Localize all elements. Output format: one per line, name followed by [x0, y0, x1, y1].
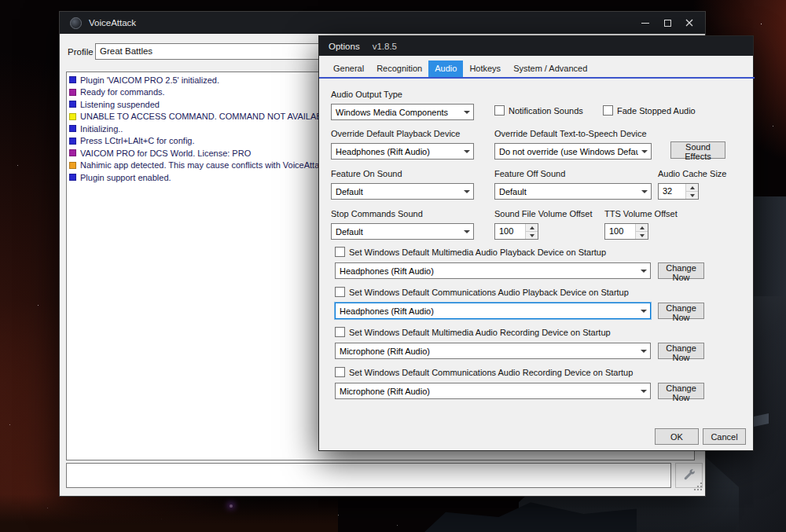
chevron-down-icon	[461, 230, 473, 233]
feature-off-sound-select[interactable]: Default	[494, 183, 652, 200]
chevron-down-icon	[461, 190, 473, 193]
sound-effects-button[interactable]: Sound Effects	[670, 141, 725, 159]
override-playback-label: Override Default Playback Device	[331, 129, 460, 138]
tab-recognition[interactable]: Recognition	[370, 61, 428, 77]
sound-file-volume-label: Sound File Volume Offset	[494, 209, 593, 218]
close-icon	[685, 19, 693, 27]
multimedia-playback-device-select[interactable]: Headphones (Rift Audio)	[335, 262, 651, 279]
resize-grip[interactable]	[694, 479, 703, 493]
window-titlebar[interactable]: VoiceAttack	[60, 12, 705, 34]
chevron-down-icon	[637, 270, 650, 273]
window-title: VoiceAttack	[89, 18, 136, 28]
log-color-square	[69, 162, 76, 169]
feature-on-sound-select[interactable]: Default	[331, 183, 474, 200]
audio-output-type-label: Audio Output Type	[331, 90, 402, 99]
checkbox-box	[335, 247, 345, 257]
app-icon	[70, 17, 82, 29]
desktop: VoiceAttack Profile Great Battles Plugin…	[0, 0, 786, 532]
combo-value: Windows Media Components	[332, 108, 461, 117]
combo-value: Default	[332, 227, 461, 237]
spinner-value: 100	[605, 224, 635, 239]
maximize-button[interactable]	[656, 12, 678, 34]
spinner-down-icon[interactable]	[686, 192, 698, 199]
change-now-button[interactable]: Change Now	[658, 343, 704, 359]
dialog-titlebar[interactable]: Options v1.8.5	[319, 36, 753, 56]
chevron-down-icon	[461, 150, 473, 153]
log-text: Nahimic app detected. This may cause con…	[80, 160, 358, 170]
log-text: Listening suspended	[80, 100, 160, 109]
chevron-down-icon	[637, 310, 650, 313]
log-color-square	[69, 101, 76, 108]
checkbox-label: Set Windows Default Multimedia Audio Rec…	[349, 328, 611, 337]
checkbox-box	[335, 327, 345, 337]
chevron-down-icon	[461, 111, 473, 114]
checkbox-box	[494, 105, 505, 116]
spinner-down-icon[interactable]	[526, 232, 538, 239]
change-now-button[interactable]: Change Now	[658, 383, 704, 399]
communications-recording-startup-checkbox[interactable]: Set Windows Default Communications Audio…	[335, 367, 633, 377]
minimize-button[interactable]	[634, 12, 656, 34]
tab-general[interactable]: General	[327, 61, 370, 77]
chevron-down-icon	[638, 150, 651, 153]
chevron-down-icon	[638, 190, 651, 193]
combo-value: Default	[495, 187, 638, 196]
checkbox-label: Set Windows Default Communications Audio…	[349, 368, 633, 377]
change-now-button[interactable]: Change Now	[658, 303, 704, 319]
checkbox-box	[603, 105, 613, 116]
tts-volume-label: TTS Volume Offset	[604, 209, 678, 218]
change-now-button[interactable]: Change Now	[658, 262, 704, 279]
profile-label: Profile	[68, 47, 94, 57]
tts-volume-spinner[interactable]: 100	[604, 223, 648, 240]
audio-output-type-select[interactable]: Windows Media Components	[331, 104, 474, 120]
communications-playback-startup-checkbox[interactable]: Set Windows Default Communications Audio…	[335, 287, 629, 297]
feature-on-sound-label: Feature On Sound	[331, 169, 402, 178]
notification-sounds-checkbox[interactable]: Notification Sounds	[494, 105, 583, 116]
fade-stopped-audio-checkbox[interactable]: Fade Stopped Audio	[603, 105, 696, 116]
log-color-square	[69, 125, 76, 132]
tab-system-advanced[interactable]: System / Advanced	[507, 61, 593, 77]
checkbox-label: Fade Stopped Audio	[617, 106, 696, 116]
multimedia-playback-startup-checkbox[interactable]: Set Windows Default Multimedia Audio Pla…	[335, 247, 606, 257]
starfield	[0, 0, 1, 1]
command-input[interactable]	[66, 463, 671, 488]
override-playback-select[interactable]: Headphones (Rift Audio)	[331, 143, 474, 160]
audio-cache-size-spinner[interactable]: 32	[658, 183, 699, 200]
chevron-down-icon	[637, 350, 650, 353]
spinner-up-icon[interactable]	[686, 184, 698, 192]
spinner-down-icon[interactable]	[636, 232, 648, 239]
nebula-glow	[0, 494, 338, 532]
log-text: Initializing..	[80, 124, 123, 134]
sound-file-volume-spinner[interactable]: 100	[494, 223, 538, 240]
cancel-button[interactable]: Cancel	[703, 428, 746, 445]
dialog-version: v1.8.5	[373, 42, 397, 51]
communications-playback-device-select[interactable]: Headphones (Rift Audio)	[335, 303, 651, 319]
chevron-down-icon	[637, 390, 650, 393]
spinner-up-icon[interactable]	[526, 224, 538, 232]
checkbox-box	[335, 367, 345, 377]
combo-value: Microphone (Rift Audio)	[336, 347, 637, 356]
log-text: Press LCtrl+LAlt+C for config.	[80, 136, 195, 145]
spinner-value: 32	[659, 184, 685, 199]
log-text: Ready for commands.	[80, 87, 165, 97]
spinner-up-icon[interactable]	[636, 224, 648, 232]
dialog-title: Options	[329, 42, 360, 51]
grip-icon	[694, 482, 703, 490]
log-color-square	[69, 138, 76, 145]
close-button[interactable]	[678, 12, 700, 34]
multimedia-recording-device-select[interactable]: Microphone (Rift Audio)	[335, 343, 651, 359]
log-color-square	[69, 89, 76, 96]
tab-hotkeys[interactable]: Hotkeys	[463, 61, 507, 77]
stop-commands-sound-select[interactable]: Default	[331, 223, 474, 240]
tab-audio[interactable]: Audio	[428, 61, 463, 77]
communications-recording-device-select[interactable]: Microphone (Rift Audio)	[335, 383, 651, 399]
combo-value: Headphones (Rift Audio)	[332, 147, 461, 156]
tab-underline	[319, 77, 755, 79]
log-text: Plugin support enabled.	[80, 173, 171, 182]
ok-button[interactable]: OK	[655, 428, 699, 445]
options-dialog: Options v1.8.5 General Recognition Audio…	[318, 35, 754, 451]
minimize-icon	[641, 23, 649, 24]
override-tts-select[interactable]: Do not override (use Windows Default Pl	[494, 143, 652, 160]
combo-value: Headphones (Rift Audio)	[336, 306, 637, 316]
multimedia-recording-startup-checkbox[interactable]: Set Windows Default Multimedia Audio Rec…	[335, 327, 611, 337]
tab-bar: General Recognition Audio Hotkeys System…	[327, 61, 593, 77]
